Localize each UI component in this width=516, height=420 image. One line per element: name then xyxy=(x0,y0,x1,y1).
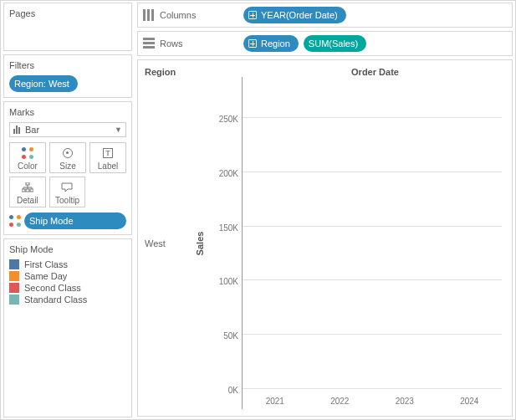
marks-pill-shipmode[interactable]: Ship Mode xyxy=(24,213,126,229)
svg-rect-0 xyxy=(26,182,29,185)
legend-card: Ship Mode First ClassSame DaySecond Clas… xyxy=(3,238,132,417)
legend-item[interactable]: First Class xyxy=(9,259,126,269)
y-tick-label: 250K xyxy=(219,114,238,123)
marks-color-label: Color xyxy=(10,161,45,171)
marks-size-button[interactable]: Size xyxy=(49,142,86,173)
header-region: Region xyxy=(138,67,238,77)
y-tick-label: 50K xyxy=(223,331,238,341)
rows-shelf[interactable]: Rows RegionSUM(Sales) xyxy=(137,31,513,56)
legend-label: Standard Class xyxy=(24,295,87,305)
shelf-pill[interactable]: SUM(Sales) xyxy=(304,35,366,52)
pages-title: Pages xyxy=(9,8,126,18)
pill-text: SUM(Sales) xyxy=(309,37,358,50)
mark-type-label: Bar xyxy=(25,125,39,135)
x-tick-label: 2022 xyxy=(319,397,360,406)
pages-shelf[interactable]: Pages xyxy=(3,3,132,51)
marks-title: Marks xyxy=(9,107,126,117)
y-tick-label: 100K xyxy=(219,277,238,286)
svg-rect-1 xyxy=(22,189,25,192)
header-order-date: Order Date xyxy=(238,67,512,77)
x-tick-label: 2024 xyxy=(448,397,490,406)
detail-icon xyxy=(10,181,45,194)
row-label-west: West xyxy=(138,77,192,409)
legend-swatch xyxy=(9,259,19,269)
legend-label: First Class xyxy=(24,259,68,269)
legend-item[interactable]: Standard Class xyxy=(9,295,126,305)
legend-item[interactable]: Second Class xyxy=(9,283,126,293)
marks-size-label: Size xyxy=(50,161,85,171)
gridline xyxy=(243,226,502,227)
rows-label: Rows xyxy=(160,38,183,49)
caret-down-icon: ▼ xyxy=(115,125,122,134)
viz-canvas: Region Order Date West Sales 0K50K100K15… xyxy=(137,59,513,417)
legend-swatch xyxy=(9,283,19,293)
marks-color-button[interactable]: Color xyxy=(9,142,46,173)
legend-label: Second Class xyxy=(24,283,81,293)
marks-card: Marks Bar ▼ Color Size T Label xyxy=(3,101,132,235)
shelf-pill[interactable]: Region xyxy=(243,35,299,52)
columns-label: Columns xyxy=(160,10,196,20)
legend-label: Same Day xyxy=(24,271,67,281)
rows-icon xyxy=(143,38,155,49)
legend-swatch xyxy=(9,271,19,281)
gridline xyxy=(243,117,502,118)
y-axis-title: Sales xyxy=(195,231,205,255)
x-tick-label: 2023 xyxy=(384,397,426,406)
text-icon: T xyxy=(103,148,113,158)
gridline xyxy=(243,388,502,389)
svg-rect-2 xyxy=(26,189,29,192)
marks-tooltip-label: Tooltip xyxy=(50,196,85,205)
marks-label-label: Label xyxy=(90,161,125,171)
legend-swatch xyxy=(9,295,19,305)
y-tick-label: 150K xyxy=(219,223,238,232)
columns-icon xyxy=(143,9,155,21)
gridline xyxy=(243,172,502,172)
legend-item[interactable]: Same Day xyxy=(9,271,126,281)
filters-title: Filters xyxy=(9,60,126,70)
tooltip-icon xyxy=(50,181,85,194)
plus-icon xyxy=(248,39,257,48)
shelf-pill[interactable]: YEAR(Order Date) xyxy=(243,7,346,23)
marks-label-button[interactable]: T Label xyxy=(89,142,126,173)
gridline xyxy=(243,279,502,280)
gridline xyxy=(243,334,502,335)
marks-detail-label: Detail xyxy=(10,196,45,205)
mark-type-select[interactable]: Bar ▼ xyxy=(9,122,126,137)
x-tick-label: 2021 xyxy=(254,397,296,406)
pill-text: Region xyxy=(261,37,290,50)
y-tick-label: 0K xyxy=(228,386,238,395)
columns-shelf[interactable]: Columns YEAR(Order Date) xyxy=(137,3,513,28)
marks-tooltip-button[interactable]: Tooltip xyxy=(49,177,86,207)
filter-pill-region[interactable]: Region: West xyxy=(9,75,78,92)
legend-title: Ship Mode xyxy=(9,244,126,254)
pill-text: YEAR(Order Date) xyxy=(261,8,338,22)
filters-shelf[interactable]: Filters Region: West xyxy=(3,54,132,98)
plus-icon xyxy=(248,11,257,19)
y-tick-label: 200K xyxy=(219,168,238,177)
chart-plot-area[interactable]: 2021202220232024 xyxy=(242,77,502,409)
marks-detail-button[interactable]: Detail xyxy=(9,177,46,207)
bar-chart-icon xyxy=(13,125,20,134)
size-icon xyxy=(63,148,73,158)
color-encoding-icon[interactable] xyxy=(9,215,21,227)
svg-rect-3 xyxy=(30,189,33,192)
